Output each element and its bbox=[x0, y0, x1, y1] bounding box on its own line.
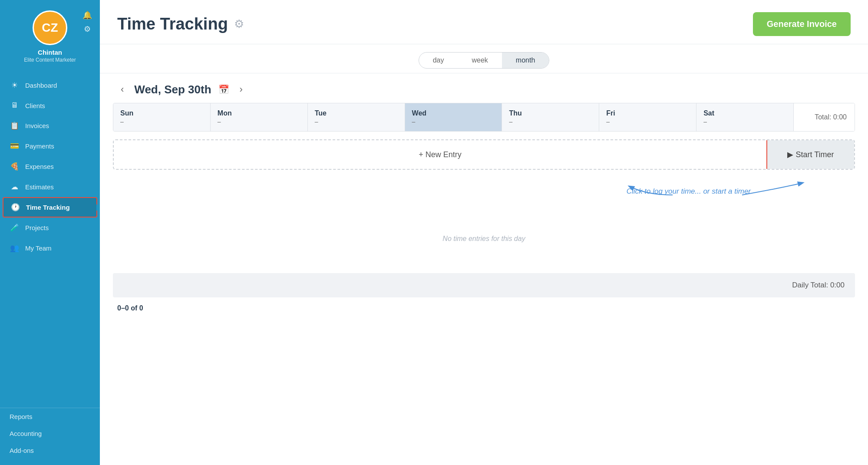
week-col-mon[interactable]: Mon – bbox=[211, 103, 308, 131]
date-next-button[interactable]: › bbox=[236, 82, 246, 97]
user-name: Chintan bbox=[38, 49, 62, 56]
sidebar-item-label: Invoices bbox=[25, 122, 49, 129]
pagination-row: 0–0 of 0 bbox=[100, 297, 868, 319]
sidebar-item-projects[interactable]: 🧪 Projects bbox=[0, 218, 100, 238]
avatar: CZ bbox=[33, 10, 67, 45]
sidebar-user-section: 🔔 ⚙ CZ Chintan Elite Content Marketer bbox=[0, 10, 100, 63]
sidebar-item-label: Clients bbox=[25, 102, 45, 109]
sidebar-item-label: Dashboard bbox=[25, 82, 57, 89]
week-col-tue[interactable]: Tue – bbox=[308, 103, 405, 131]
sidebar-bottom-label: Reports bbox=[10, 413, 33, 420]
sidebar-item-label: Payments bbox=[25, 142, 54, 150]
dashboard-icon: ☀ bbox=[10, 81, 19, 90]
week-day-hours: – bbox=[120, 118, 203, 125]
invoices-icon: 📋 bbox=[10, 121, 19, 130]
week-total: Total: 0:00 bbox=[794, 103, 855, 131]
week-day-label: Fri bbox=[606, 109, 689, 117]
sidebar-bottom-label: Add-ons bbox=[10, 447, 34, 454]
payments-icon: 💳 bbox=[10, 142, 19, 151]
sidebar-item-clients[interactable]: 🖥 Clients bbox=[0, 96, 100, 115]
date-nav-row: ‹ Wed, Sep 30th 📅 › bbox=[100, 73, 868, 103]
view-toggle-row: dayweekmonth bbox=[100, 44, 868, 73]
week-day-hours: – bbox=[509, 118, 592, 125]
title-row: Time Tracking ⚙ bbox=[117, 15, 244, 33]
annotation-arrows bbox=[603, 174, 820, 209]
week-col-thu[interactable]: Thu – bbox=[502, 103, 599, 131]
main-content: Time Tracking ⚙ Generate Invoice dayweek… bbox=[100, 0, 868, 465]
settings-icon[interactable]: ⚙ bbox=[83, 24, 92, 34]
sidebar-item-my-team[interactable]: 👥 My Team bbox=[0, 238, 100, 258]
week-col-fri[interactable]: Fri – bbox=[599, 103, 696, 131]
sidebar-item-time-tracking[interactable]: 🕐 Time Tracking bbox=[3, 197, 97, 218]
page-title: Time Tracking bbox=[117, 15, 228, 33]
week-day-hours: – bbox=[412, 118, 495, 125]
week-day-label: Sun bbox=[120, 109, 203, 117]
my-team-icon: 👥 bbox=[10, 244, 19, 253]
sidebar-bottom: ReportsAccountingAdd-ons bbox=[0, 408, 100, 465]
sidebar-item-label: Estimates bbox=[25, 183, 54, 191]
sidebar-bottom-label: Accounting bbox=[10, 430, 42, 437]
week-day-hours: – bbox=[606, 118, 689, 125]
sidebar-item-label: My Team bbox=[25, 244, 52, 252]
week-day-label: Sat bbox=[703, 109, 786, 117]
week-grid: Sun –Mon –Tue –Wed –Thu –Fri –Sat –Total… bbox=[113, 103, 855, 132]
week-day-hours: – bbox=[218, 118, 300, 125]
clients-icon: 🖥 bbox=[10, 101, 19, 110]
pagination-label: 0–0 of 0 bbox=[117, 304, 143, 312]
view-toggle-month[interactable]: month bbox=[502, 53, 549, 68]
sidebar-item-estimates[interactable]: ☁ Estimates bbox=[0, 177, 100, 197]
generate-invoice-button[interactable]: Generate Invoice bbox=[753, 12, 851, 36]
week-day-label: Wed bbox=[412, 109, 495, 117]
calendar-icon[interactable]: 📅 bbox=[218, 84, 229, 95]
no-entries-message: No time entries for this day bbox=[100, 209, 868, 260]
week-col-wed[interactable]: Wed – bbox=[405, 103, 502, 131]
expenses-icon: 🍕 bbox=[10, 162, 19, 171]
page-settings-icon[interactable]: ⚙ bbox=[234, 17, 244, 31]
sidebar-nav: ☀ Dashboard🖥 Clients📋 Invoices💳 Payments… bbox=[0, 75, 100, 404]
entry-actions-row: + New Entry ▶ Start Timer bbox=[113, 139, 855, 170]
view-toggle-day[interactable]: day bbox=[419, 53, 458, 68]
week-day-label: Thu bbox=[509, 109, 592, 117]
week-col-sun[interactable]: Sun – bbox=[113, 103, 211, 131]
user-role: Elite Content Marketer bbox=[24, 57, 76, 63]
start-timer-button[interactable]: ▶ Start Timer bbox=[767, 140, 854, 169]
sidebar-item-invoices[interactable]: 📋 Invoices bbox=[0, 115, 100, 136]
week-col-sat[interactable]: Sat – bbox=[696, 103, 794, 131]
week-day-hours: – bbox=[703, 118, 786, 125]
annotation-text: Click to log your time... or start a tim… bbox=[627, 187, 751, 196]
week-day-hours: – bbox=[315, 118, 398, 125]
sidebar-bottom-accounting[interactable]: Accounting bbox=[0, 425, 100, 442]
week-day-label: Tue bbox=[315, 109, 398, 117]
projects-icon: 🧪 bbox=[10, 223, 19, 232]
sidebar-item-label: Time Tracking bbox=[26, 204, 70, 211]
daily-total-bar: Daily Total: 0:00 bbox=[113, 273, 855, 297]
date-prev-button[interactable]: ‹ bbox=[117, 82, 127, 97]
new-entry-button[interactable]: + New Entry bbox=[114, 140, 767, 169]
sidebar: 🔔 ⚙ CZ Chintan Elite Content Marketer ☀ … bbox=[0, 0, 100, 465]
sidebar-item-label: Expenses bbox=[25, 163, 54, 170]
sidebar-item-payments[interactable]: 💳 Payments bbox=[0, 136, 100, 156]
main-header: Time Tracking ⚙ Generate Invoice bbox=[100, 0, 868, 44]
sidebar-item-dashboard[interactable]: ☀ Dashboard bbox=[0, 75, 100, 96]
sidebar-bottom-add-ons[interactable]: Add-ons bbox=[0, 442, 100, 459]
notification-icon[interactable]: 🔔 bbox=[83, 10, 92, 20]
current-date-label: Wed, Sep 30th bbox=[134, 83, 211, 96]
time-tracking-icon: 🕐 bbox=[10, 203, 20, 212]
tooltip-annotation: Click to log your time... or start a tim… bbox=[113, 174, 855, 209]
sidebar-item-label: Projects bbox=[25, 224, 49, 231]
sidebar-bottom-reports[interactable]: Reports bbox=[0, 408, 100, 425]
sidebar-item-expenses[interactable]: 🍕 Expenses bbox=[0, 156, 100, 177]
estimates-icon: ☁ bbox=[10, 182, 19, 191]
view-toggle-week[interactable]: week bbox=[458, 53, 502, 68]
daily-total-label: Daily Total: 0:00 bbox=[792, 281, 845, 290]
week-day-label: Mon bbox=[218, 109, 300, 117]
view-toggle: dayweekmonth bbox=[419, 52, 550, 69]
